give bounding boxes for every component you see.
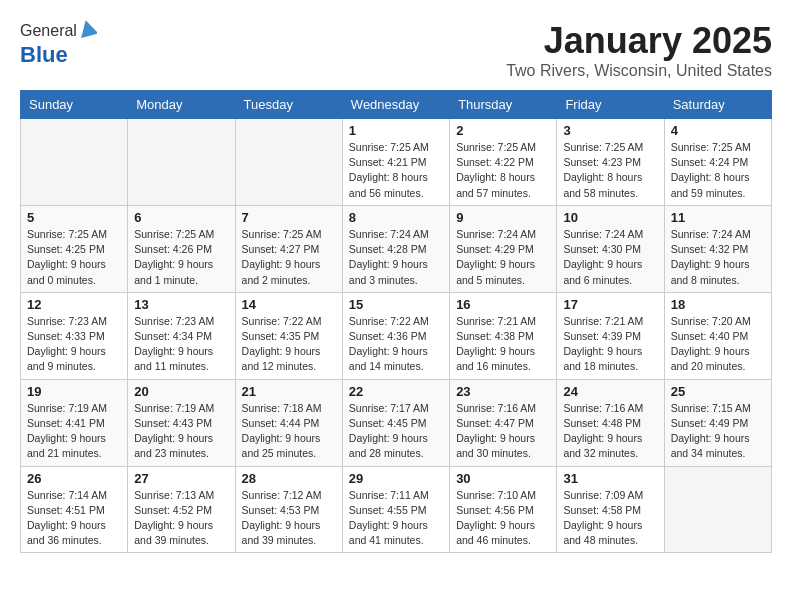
day-info: Sunrise: 7:23 AM Sunset: 4:33 PM Dayligh… [27,314,121,375]
day-number: 11 [671,210,765,225]
calendar-cell: 1Sunrise: 7:25 AM Sunset: 4:21 PM Daylig… [342,119,449,206]
calendar-week-row: 1Sunrise: 7:25 AM Sunset: 4:21 PM Daylig… [21,119,772,206]
calendar-header-row: SundayMondayTuesdayWednesdayThursdayFrid… [21,91,772,119]
calendar-cell: 11Sunrise: 7:24 AM Sunset: 4:32 PM Dayli… [664,205,771,292]
day-number: 24 [563,384,657,399]
day-number: 13 [134,297,228,312]
calendar-week-row: 5Sunrise: 7:25 AM Sunset: 4:25 PM Daylig… [21,205,772,292]
calendar-cell: 14Sunrise: 7:22 AM Sunset: 4:35 PM Dayli… [235,292,342,379]
day-number: 12 [27,297,121,312]
day-info: Sunrise: 7:25 AM Sunset: 4:25 PM Dayligh… [27,227,121,288]
day-info: Sunrise: 7:24 AM Sunset: 4:32 PM Dayligh… [671,227,765,288]
day-info: Sunrise: 7:16 AM Sunset: 4:47 PM Dayligh… [456,401,550,462]
calendar-week-row: 19Sunrise: 7:19 AM Sunset: 4:41 PM Dayli… [21,379,772,466]
day-number: 2 [456,123,550,138]
day-number: 31 [563,471,657,486]
calendar-cell [21,119,128,206]
day-number: 19 [27,384,121,399]
day-number: 21 [242,384,336,399]
calendar-cell: 12Sunrise: 7:23 AM Sunset: 4:33 PM Dayli… [21,292,128,379]
calendar-cell: 13Sunrise: 7:23 AM Sunset: 4:34 PM Dayli… [128,292,235,379]
calendar-cell: 18Sunrise: 7:20 AM Sunset: 4:40 PM Dayli… [664,292,771,379]
calendar-table: SundayMondayTuesdayWednesdayThursdayFrid… [20,90,772,553]
day-number: 26 [27,471,121,486]
calendar-cell: 2Sunrise: 7:25 AM Sunset: 4:22 PM Daylig… [450,119,557,206]
day-header-monday: Monday [128,91,235,119]
day-info: Sunrise: 7:24 AM Sunset: 4:30 PM Dayligh… [563,227,657,288]
day-info: Sunrise: 7:16 AM Sunset: 4:48 PM Dayligh… [563,401,657,462]
calendar-cell: 23Sunrise: 7:16 AM Sunset: 4:47 PM Dayli… [450,379,557,466]
day-info: Sunrise: 7:18 AM Sunset: 4:44 PM Dayligh… [242,401,336,462]
day-number: 15 [349,297,443,312]
calendar-week-row: 12Sunrise: 7:23 AM Sunset: 4:33 PM Dayli… [21,292,772,379]
day-info: Sunrise: 7:21 AM Sunset: 4:38 PM Dayligh… [456,314,550,375]
calendar-cell: 21Sunrise: 7:18 AM Sunset: 4:44 PM Dayli… [235,379,342,466]
day-number: 23 [456,384,550,399]
day-number: 4 [671,123,765,138]
calendar-cell: 30Sunrise: 7:10 AM Sunset: 4:56 PM Dayli… [450,466,557,553]
calendar-cell: 6Sunrise: 7:25 AM Sunset: 4:26 PM Daylig… [128,205,235,292]
day-info: Sunrise: 7:22 AM Sunset: 4:36 PM Dayligh… [349,314,443,375]
calendar-cell: 4Sunrise: 7:25 AM Sunset: 4:24 PM Daylig… [664,119,771,206]
day-info: Sunrise: 7:12 AM Sunset: 4:53 PM Dayligh… [242,488,336,549]
calendar-cell: 3Sunrise: 7:25 AM Sunset: 4:23 PM Daylig… [557,119,664,206]
calendar-cell: 8Sunrise: 7:24 AM Sunset: 4:28 PM Daylig… [342,205,449,292]
day-info: Sunrise: 7:17 AM Sunset: 4:45 PM Dayligh… [349,401,443,462]
day-header-tuesday: Tuesday [235,91,342,119]
day-info: Sunrise: 7:25 AM Sunset: 4:23 PM Dayligh… [563,140,657,201]
day-number: 1 [349,123,443,138]
calendar-cell [235,119,342,206]
day-number: 8 [349,210,443,225]
day-number: 28 [242,471,336,486]
calendar-cell: 7Sunrise: 7:25 AM Sunset: 4:27 PM Daylig… [235,205,342,292]
location-title: Two Rivers, Wisconsin, United States [506,62,772,80]
calendar-cell: 26Sunrise: 7:14 AM Sunset: 4:51 PM Dayli… [21,466,128,553]
day-info: Sunrise: 7:11 AM Sunset: 4:55 PM Dayligh… [349,488,443,549]
calendar-cell: 27Sunrise: 7:13 AM Sunset: 4:52 PM Dayli… [128,466,235,553]
day-info: Sunrise: 7:25 AM Sunset: 4:21 PM Dayligh… [349,140,443,201]
calendar-cell: 15Sunrise: 7:22 AM Sunset: 4:36 PM Dayli… [342,292,449,379]
page-header: General Blue January 2025 Two Rivers, Wi… [20,20,772,80]
calendar-cell [664,466,771,553]
day-info: Sunrise: 7:10 AM Sunset: 4:56 PM Dayligh… [456,488,550,549]
logo-general-text: General [20,22,77,40]
day-number: 14 [242,297,336,312]
logo: General Blue [20,20,97,68]
day-info: Sunrise: 7:09 AM Sunset: 4:58 PM Dayligh… [563,488,657,549]
day-number: 20 [134,384,228,399]
day-number: 9 [456,210,550,225]
day-info: Sunrise: 7:25 AM Sunset: 4:24 PM Dayligh… [671,140,765,201]
day-number: 25 [671,384,765,399]
day-header-saturday: Saturday [664,91,771,119]
title-area: January 2025 Two Rivers, Wisconsin, Unit… [506,20,772,80]
day-number: 30 [456,471,550,486]
day-number: 22 [349,384,443,399]
calendar-cell: 22Sunrise: 7:17 AM Sunset: 4:45 PM Dayli… [342,379,449,466]
day-info: Sunrise: 7:20 AM Sunset: 4:40 PM Dayligh… [671,314,765,375]
day-number: 6 [134,210,228,225]
day-header-thursday: Thursday [450,91,557,119]
day-info: Sunrise: 7:19 AM Sunset: 4:41 PM Dayligh… [27,401,121,462]
calendar-cell: 29Sunrise: 7:11 AM Sunset: 4:55 PM Dayli… [342,466,449,553]
logo-blue-text: Blue [20,42,68,68]
calendar-cell: 16Sunrise: 7:21 AM Sunset: 4:38 PM Dayli… [450,292,557,379]
calendar-cell: 24Sunrise: 7:16 AM Sunset: 4:48 PM Dayli… [557,379,664,466]
day-number: 17 [563,297,657,312]
calendar-cell: 20Sunrise: 7:19 AM Sunset: 4:43 PM Dayli… [128,379,235,466]
day-header-sunday: Sunday [21,91,128,119]
day-number: 10 [563,210,657,225]
day-number: 5 [27,210,121,225]
calendar-cell: 28Sunrise: 7:12 AM Sunset: 4:53 PM Dayli… [235,466,342,553]
month-title: January 2025 [506,20,772,62]
calendar-cell: 25Sunrise: 7:15 AM Sunset: 4:49 PM Dayli… [664,379,771,466]
day-info: Sunrise: 7:15 AM Sunset: 4:49 PM Dayligh… [671,401,765,462]
day-number: 16 [456,297,550,312]
day-number: 18 [671,297,765,312]
day-info: Sunrise: 7:13 AM Sunset: 4:52 PM Dayligh… [134,488,228,549]
calendar-cell: 5Sunrise: 7:25 AM Sunset: 4:25 PM Daylig… [21,205,128,292]
day-info: Sunrise: 7:25 AM Sunset: 4:26 PM Dayligh… [134,227,228,288]
calendar-cell: 19Sunrise: 7:19 AM Sunset: 4:41 PM Dayli… [21,379,128,466]
calendar-cell: 17Sunrise: 7:21 AM Sunset: 4:39 PM Dayli… [557,292,664,379]
calendar-cell: 10Sunrise: 7:24 AM Sunset: 4:30 PM Dayli… [557,205,664,292]
calendar-cell: 31Sunrise: 7:09 AM Sunset: 4:58 PM Dayli… [557,466,664,553]
